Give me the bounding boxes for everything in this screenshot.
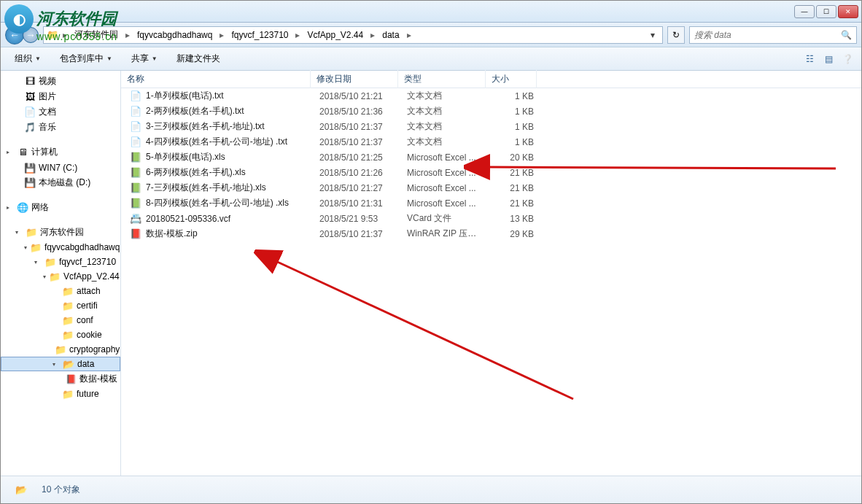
tree-folder-item[interactable]: conf: [1, 313, 120, 327]
sidebar-drive-item[interactable]: WIN7 (C:): [1, 160, 120, 175]
folder-icon: [66, 373, 77, 385]
tree-folder-item[interactable]: 数据-模板: [1, 371, 120, 387]
file-type: VCard 文件: [401, 212, 489, 225]
maximize-button[interactable]: ☐: [816, 5, 836, 18]
file-name: 5-单列模板(电话).xls: [146, 151, 225, 163]
folder-icon: [30, 241, 42, 253]
file-name: 4-四列模板(姓名-手机-公司-地址) .txt: [146, 136, 287, 148]
close-button[interactable]: ✕: [838, 5, 858, 18]
folder-label: fqyvcf_123710: [59, 257, 116, 267]
expand-icon: ▾: [43, 274, 46, 280]
include-in-library-button[interactable]: 包含到库中 ▼: [52, 49, 120, 69]
tree-folder-item[interactable]: ▾VcfApp_V2.44: [1, 269, 120, 284]
folder-label: 河东软件园: [40, 226, 84, 239]
refresh-button[interactable]: ↻: [667, 26, 685, 44]
file-type-icon: [130, 167, 141, 179]
computer-icon: [17, 147, 28, 158]
folder-icon: [55, 344, 66, 355]
include-label: 包含到库中: [60, 53, 104, 65]
chevron-right-icon: ▸: [403, 30, 416, 40]
chevron-down-icon: ▼: [152, 55, 158, 62]
sidebar-library-item[interactable]: 视频: [1, 74, 120, 89]
drive-label: WIN7 (C:): [39, 163, 77, 173]
view-icons-button[interactable]: ☷: [801, 51, 818, 67]
organize-label: 组织: [15, 53, 32, 65]
library-icon: [24, 91, 36, 103]
column-header-name[interactable]: 名称: [121, 70, 311, 88]
nav-computer-header[interactable]: ▸ 计算机: [1, 144, 120, 160]
breadcrumb-item[interactable]: data: [379, 28, 402, 42]
network-icon: [17, 202, 28, 214]
tree-folder-item[interactable]: cookie: [1, 327, 120, 342]
preview-pane-button[interactable]: ▤: [820, 51, 836, 67]
file-type-icon: [130, 90, 141, 102]
search-input[interactable]: [694, 30, 841, 40]
minimize-button[interactable]: —: [794, 5, 815, 18]
file-date: 2018/5/10 21:27: [314, 183, 401, 193]
search-box[interactable]: 🔍: [689, 26, 857, 44]
tree-folder-item[interactable]: attach: [1, 284, 120, 298]
library-icon: [24, 106, 36, 118]
folder-label: cookie: [77, 330, 102, 340]
nav-back-forward: ← →: [5, 26, 39, 44]
file-row[interactable]: 7-三列模板(姓名-手机-地址).xls 2018/5/10 21:27 Mic…: [121, 180, 861, 195]
column-header-date[interactable]: 修改日期: [311, 70, 398, 88]
file-size: 1 KB: [489, 122, 540, 132]
expand-icon: ▾: [24, 244, 27, 251]
breadcrumb[interactable]: ▸ 河东软件园 ▸ fqyvcabgdhadhawq ▸ fqyvcf_1237…: [43, 26, 663, 44]
folder-icon: [62, 314, 74, 326]
tree-folder-item[interactable]: certifi: [1, 298, 120, 313]
navigation-pane: 视频图片文档音乐 ▸ 计算机 WIN7 (C:)本地磁盘 (D:) ▸ 网络 ▾…: [1, 71, 121, 476]
status-count: 10 个对象: [42, 484, 80, 496]
file-row[interactable]: 2-两列模板(姓名-手机).txt 2018/5/10 21:36 文本文档 1…: [121, 104, 861, 119]
file-date: 2018/5/10 21:36: [314, 106, 401, 117]
breadcrumb-item[interactable]: fqyvcabgdhadhawq: [134, 28, 215, 42]
organize-button[interactable]: 组织 ▼: [7, 49, 49, 69]
status-bar: 10 个对象: [1, 476, 861, 503]
breadcrumb-item[interactable]: 河东软件园: [71, 27, 121, 42]
file-size: 1 KB: [489, 106, 540, 117]
library-label: 文档: [39, 106, 56, 118]
file-row[interactable]: 5-单列模板(电话).xls 2018/5/10 21:25 Microsoft…: [121, 150, 861, 165]
folder-label: attach: [77, 286, 101, 296]
file-row[interactable]: 20180521-095336.vcf 2018/5/21 9:53 VCard…: [121, 211, 861, 226]
file-size: 1 KB: [489, 137, 540, 147]
column-headers: 名称 修改日期 类型 大小: [121, 71, 861, 88]
breadcrumb-item[interactable]: VcfApp_V2.44: [304, 28, 366, 42]
file-name: 3-三列模板(姓名-手机-地址).txt: [146, 120, 265, 133]
back-button[interactable]: ←: [5, 26, 24, 44]
tree-folder-item[interactable]: future: [1, 387, 120, 401]
sidebar-library-item[interactable]: 音乐: [1, 120, 120, 135]
column-header-type[interactable]: 类型: [398, 70, 486, 88]
file-row[interactable]: 4-四列模板(姓名-手机-公司-地址) .txt 2018/5/10 21:37…: [121, 134, 861, 150]
network-label: 网络: [31, 201, 49, 214]
share-label: 共享: [131, 53, 149, 65]
share-button[interactable]: 共享 ▼: [123, 49, 166, 69]
file-row[interactable]: 数据-模板.zip 2018/5/10 21:37 WinRAR ZIP 压缩.…: [121, 226, 861, 241]
file-row[interactable]: 3-三列模板(姓名-手机-地址).txt 2018/5/10 21:37 文本文…: [121, 119, 861, 134]
column-header-size[interactable]: 大小: [486, 70, 537, 88]
file-type-icon: [130, 182, 141, 194]
nav-network-header[interactable]: ▸ 网络: [1, 199, 120, 216]
tree-folder-item[interactable]: ▾fqyvcf_123710: [1, 255, 120, 269]
sidebar-library-item[interactable]: 文档: [1, 104, 120, 120]
file-row[interactable]: 6-两列模板(姓名-手机).xls 2018/5/10 21:26 Micros…: [121, 165, 861, 180]
tree-folder-item[interactable]: ▾fqyvcabgdhadhawq: [1, 240, 120, 255]
new-folder-button[interactable]: 新建文件夹: [168, 49, 228, 69]
file-row[interactable]: 8-四列模板(姓名-手机-公司-地址) .xls 2018/5/10 21:31…: [121, 195, 861, 211]
file-row[interactable]: 1-单列模板(电话).txt 2018/5/10 21:21 文本文档 1 KB: [121, 88, 861, 104]
main-area: 视频图片文档音乐 ▸ 计算机 WIN7 (C:)本地磁盘 (D:) ▸ 网络 ▾…: [1, 71, 861, 476]
tree-folder-item[interactable]: ▾data: [1, 357, 120, 371]
tree-folder-item[interactable]: cryptography: [1, 342, 120, 357]
help-button[interactable]: ❔: [839, 51, 855, 67]
library-icon: [24, 76, 36, 88]
tree-folder-item[interactable]: ▾河东软件园: [1, 225, 120, 240]
sidebar-drive-item[interactable]: 本地磁盘 (D:): [1, 175, 120, 190]
breadcrumb-item[interactable]: fqyvcf_123710: [228, 28, 291, 42]
file-type: WinRAR ZIP 压缩...: [401, 228, 489, 240]
sidebar-library-item[interactable]: 图片: [1, 89, 120, 104]
title-bar: — ☐ ✕: [1, 1, 861, 23]
forward-button[interactable]: →: [23, 27, 39, 43]
breadcrumb-dropdown[interactable]: ▾: [646, 30, 659, 40]
folder-icon: [44, 256, 56, 268]
